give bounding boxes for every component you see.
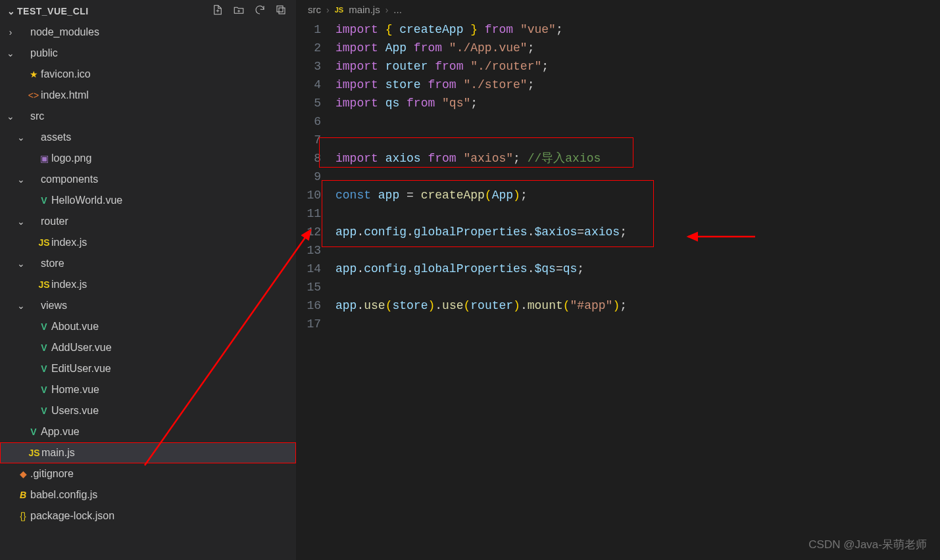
code-line[interactable]: import App from "./App.vue"; [335,39,940,57]
watermark: CSDN @Java-呆萌老师 [808,537,927,552]
tree-item-label: public [30,47,58,59]
line-number: 17 [296,315,321,333]
line-number: 12 [296,223,321,241]
line-number: 13 [296,241,321,260]
tree-item-about-vue[interactable]: VAbout.vue [0,316,296,337]
tree-item-helloworld-vue[interactable]: VHelloWorld.vue [0,190,296,211]
new-folder-icon[interactable] [233,4,245,18]
tree-item-node-modules[interactable]: ›node_modules [0,22,296,43]
code-line[interactable] [335,241,940,260]
tree-item-users-vue[interactable]: VUsers.vue [0,400,296,421]
tree-item-label: main.js [41,447,75,459]
explorer-header[interactable]: ⌄ TEST_VUE_CLI [0,0,296,22]
code-line[interactable] [335,131,940,149]
breadcrumb[interactable]: src › JS main.js › ... [296,0,940,19]
line-number: 10 [296,186,321,204]
file-explorer: ⌄ TEST_VUE_CLI ›node_modules⌄public★favi… [0,0,296,560]
tree-item-label: AddUser.vue [51,342,112,354]
code-line[interactable]: import router from "./router"; [335,57,940,76]
img-icon: ▣ [37,153,51,164]
tree-item-label: EditUser.vue [51,363,111,375]
code-line[interactable] [335,278,940,296]
tree-item-label: assets [41,131,71,143]
tree-item-label: babel.config.js [30,489,97,501]
line-number: 15 [296,278,321,296]
tree-item-index-html[interactable]: <>index.html [0,85,296,106]
tree-item-home-vue[interactable]: VHome.vue [0,379,296,400]
tree-item-components[interactable]: ⌄components [0,169,296,190]
svg-rect-1 [279,8,285,14]
code-line[interactable]: import { createApp } from "vue"; [335,20,940,39]
project-title: TEST_VUE_CLI [17,6,212,16]
code-content[interactable]: import { createApp } from "vue";import A… [335,20,940,333]
chevron-down-icon: ⌄ [5,6,17,16]
file-tree: ›node_modules⌄public★favicon.ico<>index.… [0,22,296,560]
git-icon: ◆ [16,469,30,479]
tree-item-label: .gitignore [30,468,74,480]
tree-item-label: logo.png [51,152,91,164]
vue-icon: V [37,195,51,206]
code-line[interactable] [335,315,940,333]
tree-item-index-js[interactable]: JSindex.js [0,274,296,295]
code-line[interactable]: app.config.globalProperties.$axios=axios… [335,223,940,241]
vue-icon: V [37,342,51,353]
svg-rect-0 [277,6,283,12]
code-line[interactable] [335,112,940,131]
code-line[interactable] [335,168,940,186]
refresh-icon[interactable] [254,4,266,18]
tree-item-store[interactable]: ⌄store [0,253,296,274]
code-line[interactable]: import store from "./store"; [335,76,940,94]
new-file-icon[interactable] [212,4,224,18]
breadcrumb-seg[interactable]: main.js [349,4,380,15]
tree-item-adduser-vue[interactable]: VAddUser.vue [0,337,296,358]
tree-item-favicon-ico[interactable]: ★favicon.ico [0,64,296,85]
tree-item-label: Users.vue [51,405,99,417]
code-line[interactable]: import qs from "qs"; [335,94,940,112]
tree-item-main-js[interactable]: JSmain.js [0,442,296,463]
line-number: 3 [296,57,321,76]
tree-item-label: src [30,110,44,122]
tree-item--gitignore[interactable]: ◆.gitignore [0,463,296,484]
tree-item-views[interactable]: ⌄views [0,295,296,316]
line-number: 1 [296,20,321,39]
code-line[interactable]: app.config.globalProperties.$qs=qs; [335,260,940,278]
html-icon: <> [26,90,41,101]
tree-item-app-vue[interactable]: VApp.vue [0,421,296,442]
chevron-icon: ⌄ [16,258,26,269]
star-icon: ★ [26,69,41,80]
code-line[interactable] [335,204,940,223]
editor-pane: src › JS main.js › ... 12345678910111213… [296,0,940,560]
tree-item-logo-png[interactable]: ▣logo.png [0,148,296,169]
tree-item-src[interactable]: ⌄src [0,106,296,127]
tree-item-label: index.js [51,237,87,248]
tree-item-label: node_modules [30,26,99,38]
chevron-icon: ⌄ [16,300,26,311]
collapse-icon[interactable] [275,4,287,18]
tree-item-assets[interactable]: ⌄assets [0,127,296,148]
tree-item-public[interactable]: ⌄public [0,43,296,64]
code-line[interactable]: app.use(store).use(router).mount("#app")… [335,296,940,315]
tree-item-edituser-vue[interactable]: VEditUser.vue [0,358,296,379]
code-line[interactable]: import axios from "axios"; //导入axios [335,149,940,168]
tree-item-index-js[interactable]: JSindex.js [0,232,296,253]
babel-icon: B [16,490,30,500]
code-line[interactable]: const app = createApp(App); [335,186,940,204]
tree-item-label: index.js [51,279,87,291]
tree-item-label: Home.vue [51,384,99,396]
breadcrumb-seg[interactable]: ... [393,4,402,15]
tree-item-label: App.vue [41,426,80,438]
line-number: 5 [296,94,321,112]
breadcrumb-seg[interactable]: src [308,4,321,15]
tree-item-router[interactable]: ⌄router [0,211,296,232]
js-icon: JS [335,6,343,14]
tree-item-label: favicon.ico [41,68,91,80]
chevron-icon: ⌄ [16,132,26,143]
tree-item-babel-config-js[interactable]: Bbabel.config.js [0,484,296,505]
tree-item-label: package-lock.json [30,510,114,522]
code-area[interactable]: 1234567891011121314151617 import { creat… [296,19,940,333]
tree-item-label: index.html [41,89,89,101]
line-number: 11 [296,204,321,223]
line-number: 14 [296,260,321,278]
tree-item-package-lock-json[interactable]: {}package-lock.json [0,505,296,526]
line-number: 2 [296,39,321,57]
